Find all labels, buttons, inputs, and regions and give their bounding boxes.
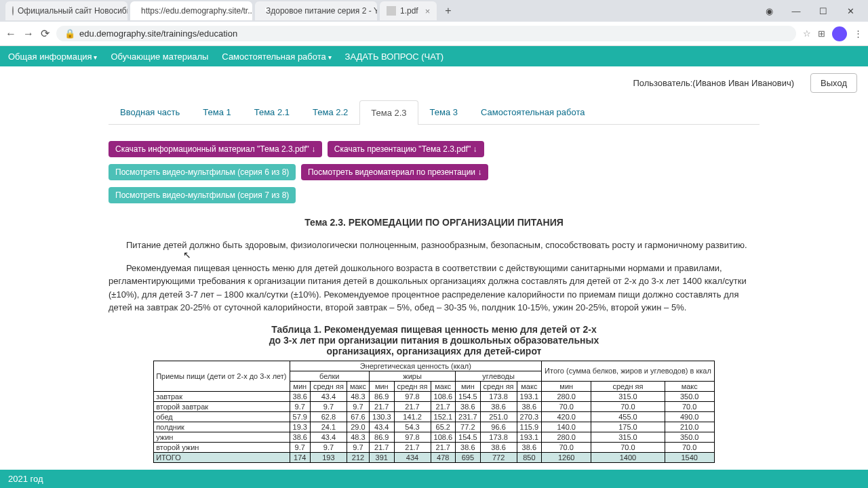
close-icon[interactable]: × <box>425 6 431 16</box>
cell: 38.6 <box>480 401 517 411</box>
cell: 9.7 <box>310 401 347 411</box>
subcol-header: средн яя <box>394 381 431 391</box>
cell: 1400 <box>591 452 665 462</box>
reload-button[interactable]: ⟳ <box>41 27 50 40</box>
cell: 315.0 <box>591 432 665 442</box>
nav-self-work[interactable]: Самостоятельная работа <box>222 52 331 62</box>
cell: 97.8 <box>394 432 431 442</box>
watch-cartoon-7-button[interactable]: Посмотреть видео-мультфильм (серия 7 из … <box>108 187 296 203</box>
cell: 270.3 <box>517 411 542 422</box>
group-header: белки <box>290 371 370 381</box>
nav-general-info[interactable]: Общая информация <box>8 52 97 62</box>
content-tabs: Вводная часть Тема 1 Тема 2.1 Тема 2.2 Т… <box>108 100 760 125</box>
cell: 9.7 <box>310 442 347 452</box>
menu-icon[interactable]: ⋮ <box>854 28 863 39</box>
cell: 455.0 <box>591 411 665 422</box>
download-info-button[interactable]: Скачать информационный материал "Тема 2.… <box>108 141 322 157</box>
paragraph-1: Питание детей должно быть здоровым, физи… <box>108 239 760 252</box>
minimize-button[interactable]: — <box>784 6 808 16</box>
cell: 280.0 <box>542 432 591 442</box>
table-row: второй ужин9.79.79.721.721.721.738.638.6… <box>154 442 715 452</box>
cell: 48.3 <box>347 432 369 442</box>
cell: 19.3 <box>290 422 310 432</box>
cell: 350.0 <box>665 391 714 401</box>
cell: 97.8 <box>394 391 431 401</box>
cell: 115.9 <box>517 422 542 432</box>
forward-button[interactable]: → <box>23 28 34 40</box>
tab-title: Официальный сайт Новосиби <box>18 6 127 16</box>
download-presentation-button[interactable]: Скачать презентацию "Тема 2.3.pdf" <box>328 141 484 157</box>
tab-theme-2-3[interactable]: Тема 2.3 <box>359 100 418 125</box>
bookmark-icon[interactable]: ☆ <box>803 28 811 39</box>
cell: 193 <box>310 452 347 462</box>
tab-title: Здоровое питание серия 2 - Yo <box>266 6 377 16</box>
close-window-button[interactable]: ✕ <box>838 6 863 16</box>
watch-cartoon-6-button[interactable]: Посмотреть видео-мультфильм (серия 6 из … <box>108 164 296 180</box>
cell: 175.0 <box>591 422 665 432</box>
watch-presentation-video-button[interactable]: Посмотреть видеоматериал по презентации <box>301 164 488 180</box>
row-label: второй завтрак <box>154 401 290 411</box>
url-input[interactable]: 🔒 edu.demography.site/trainings/educatio… <box>56 26 796 41</box>
cell: 48.3 <box>347 391 369 401</box>
browser-tab-3[interactable]: Здоровое питание серия 2 - Yo× <box>255 1 377 20</box>
tab-theme-3[interactable]: Тема 3 <box>418 100 469 124</box>
tab-theme-2-2[interactable]: Тема 2.2 <box>301 100 359 124</box>
cell: 86.9 <box>370 391 395 401</box>
record-icon[interactable]: ◉ <box>757 6 781 16</box>
cell: 108.6 <box>431 432 456 442</box>
nav-ask-question[interactable]: ЗАДАТЬ ВОПРОС (ЧАТ) <box>345 52 444 62</box>
window-controls: ◉ — ☐ ✕ <box>757 6 863 16</box>
tab-theme-1[interactable]: Тема 1 <box>191 100 242 124</box>
nav-training-materials[interactable]: Обучающие материалы <box>111 52 208 62</box>
address-bar: ← → ⟳ 🔒 edu.demography.site/trainings/ed… <box>0 22 868 46</box>
subcol-header: средн яя <box>591 381 665 391</box>
cell: 70.0 <box>542 442 591 452</box>
profile-avatar[interactable] <box>832 26 847 41</box>
cell: 9.7 <box>347 401 369 411</box>
cell: 173.8 <box>480 432 517 442</box>
subcol-header: макс <box>347 381 369 391</box>
cell: 21.7 <box>394 442 431 452</box>
cell: 29.0 <box>347 422 369 432</box>
topic-heading: Тема 2.3. РЕКОМЕДАЦИИ ПО ОРГАНИЗАЦИИ ПИТ… <box>108 217 760 228</box>
browser-tab-1[interactable]: Официальный сайт Новосиби× <box>5 1 127 20</box>
table-row: ужин38.643.448.386.997.8108.6154.5173.81… <box>154 432 715 442</box>
cell: 141.2 <box>394 411 431 422</box>
total-header: Итого (сумма белков, жиров и углеводов) … <box>542 361 715 381</box>
browser-tab-2[interactable]: https://edu.demography.site/tr...× <box>130 1 252 20</box>
tab-self-work[interactable]: Самостоятельная работа <box>469 100 596 124</box>
row-label: ИТОГО <box>154 452 290 462</box>
subcol-header: мин <box>542 381 591 391</box>
maximize-button[interactable]: ☐ <box>811 6 835 16</box>
table-row: второй завтрак9.79.79.721.721.721.738.63… <box>154 401 715 411</box>
cell: 21.7 <box>431 442 456 452</box>
tab-strip: Официальный сайт Новосиби× https://edu.d… <box>0 0 868 22</box>
cell: 280.0 <box>542 391 591 401</box>
cell: 140.0 <box>542 422 591 432</box>
cell: 231.7 <box>456 411 481 422</box>
cell: 62.8 <box>310 411 347 422</box>
cell: 174 <box>290 452 310 462</box>
tab-intro[interactable]: Вводная часть <box>108 100 191 124</box>
cell: 57.9 <box>290 411 310 422</box>
pdf-icon <box>387 6 396 16</box>
cell: 130.3 <box>370 411 395 422</box>
subcol-header: мин <box>456 381 481 391</box>
cell: 152.1 <box>431 411 456 422</box>
new-tab-button[interactable]: + <box>439 5 456 17</box>
table-row: завтрак38.643.448.386.997.8108.6154.5173… <box>154 391 715 401</box>
subcol-header: мин <box>290 381 310 391</box>
extensions-icon[interactable]: ⊞ <box>818 28 825 39</box>
cell: 193.1 <box>517 432 542 442</box>
cell: 70.0 <box>591 401 665 411</box>
cell: 695 <box>456 452 481 462</box>
tab-theme-2-1[interactable]: Тема 2.1 <box>243 100 301 124</box>
logout-button[interactable]: Выход <box>810 73 857 93</box>
browser-tab-4[interactable]: 1.pdf× <box>380 1 437 20</box>
download-icon <box>471 144 477 154</box>
cell: 70.0 <box>591 442 665 452</box>
back-button[interactable]: ← <box>5 28 16 40</box>
cell: 173.8 <box>480 391 517 401</box>
user-label: Пользователь:(Иванов Иван Иванович) <box>633 78 794 88</box>
cell: 21.7 <box>394 401 431 411</box>
